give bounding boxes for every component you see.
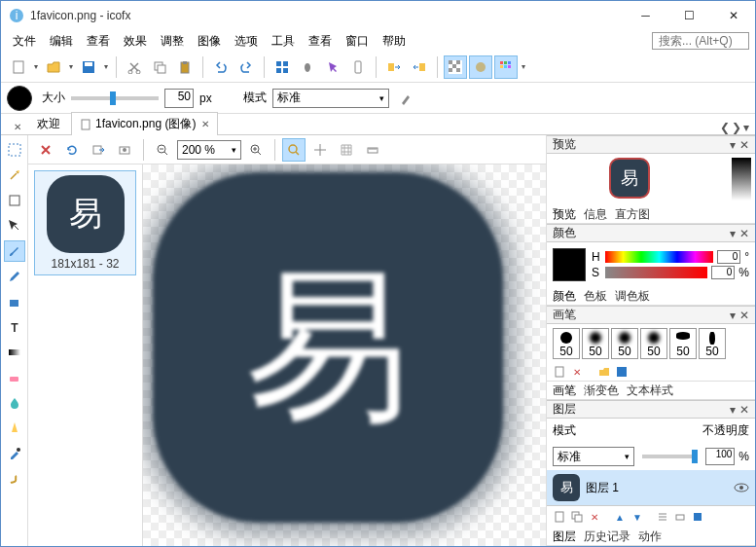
save-dropdown[interactable]: ▾ (102, 55, 110, 79)
open-dropdown[interactable]: ▾ (67, 55, 75, 79)
menu-help[interactable]: 帮助 (377, 31, 412, 52)
sharpen-tool[interactable] (4, 418, 25, 439)
new-button[interactable] (7, 55, 30, 79)
brush-preset[interactable]: 50 (611, 328, 638, 359)
tab-close-icon[interactable]: ✕ (201, 119, 209, 129)
thumbnail-item[interactable]: 易 181x181 - 32 (34, 170, 136, 275)
gradient-tool[interactable] (4, 342, 25, 363)
cut-button[interactable] (123, 55, 146, 79)
new-brush-icon[interactable] (553, 365, 566, 379)
hue-slider[interactable] (605, 251, 713, 263)
zoom-select[interactable]: 200 %▾ (177, 140, 241, 160)
tab-actions[interactable]: 动作 (638, 529, 662, 545)
zoom-in-icon[interactable] (244, 138, 268, 162)
crosshair-icon[interactable] (308, 138, 332, 162)
capture-icon[interactable] (113, 138, 136, 162)
tab-history[interactable]: 历史记录 (584, 529, 630, 545)
tab-close-all[interactable]: ✕ (7, 118, 26, 135)
merge-icon[interactable] (656, 510, 669, 524)
new-layer-icon[interactable] (553, 510, 566, 524)
panel-collapse[interactable]: ▾ (730, 403, 736, 417)
checker-toggle[interactable] (444, 55, 467, 79)
zoom-out-icon[interactable] (151, 138, 174, 162)
tab-document[interactable]: 1favicon.png (图像) ✕ (71, 112, 218, 135)
tab-layers[interactable]: 图层 (553, 529, 576, 545)
maximize-button[interactable]: ☐ (667, 1, 711, 30)
menu-options[interactable]: 选项 (229, 31, 264, 52)
blur-toggle[interactable] (469, 55, 492, 79)
convert-icon[interactable] (382, 55, 406, 79)
move-tool[interactable] (4, 215, 25, 237)
marquee-tool[interactable] (4, 139, 25, 161)
open-button[interactable] (42, 55, 65, 79)
mode-select[interactable]: 标准▾ (272, 89, 389, 108)
tab-welcome[interactable]: 欢迎 (28, 112, 69, 135)
menu-view2[interactable]: 查看 (303, 31, 338, 52)
tab-next[interactable]: ❯ (732, 121, 741, 134)
foreground-swatch[interactable] (7, 86, 32, 111)
brush-preset[interactable]: 50 (669, 328, 697, 359)
tab-brush[interactable]: 画笔 (553, 383, 576, 399)
panel-close[interactable]: ✕ (739, 309, 749, 322)
flatten-icon[interactable] (673, 510, 687, 524)
tab-info[interactable]: 信息 (584, 206, 607, 223)
size-slider[interactable] (71, 96, 159, 100)
opacity-slider[interactable] (642, 455, 698, 458)
tab-menu[interactable]: ▾ (743, 121, 749, 134)
minimize-button[interactable]: ─ (624, 1, 667, 30)
undo-button[interactable] (209, 55, 233, 79)
color-swatch[interactable] (553, 248, 586, 281)
ruler-icon[interactable] (361, 138, 384, 162)
canvas[interactable]: 易 (143, 164, 546, 546)
new-dropdown[interactable]: ▾ (32, 55, 40, 79)
cursor-icon[interactable] (321, 55, 344, 79)
text-tool[interactable]: T (4, 316, 25, 338)
export-icon[interactable] (87, 138, 110, 162)
fill-tool[interactable] (4, 291, 25, 312)
smudge-tool[interactable] (4, 468, 25, 490)
rotate-icon[interactable] (60, 138, 84, 162)
delete-brush-icon[interactable]: ✕ (570, 365, 584, 379)
menu-edit[interactable]: 编辑 (44, 31, 79, 52)
tab-histogram[interactable]: 直方图 (615, 206, 650, 223)
convert2-icon[interactable] (408, 55, 431, 79)
brush-preset[interactable]: 50 (640, 328, 667, 359)
brush-preset[interactable]: 50 (582, 328, 609, 359)
up-icon[interactable]: ▲ (613, 510, 627, 524)
opacity-input[interactable]: 100 (705, 448, 735, 465)
delete-icon[interactable] (34, 138, 57, 162)
mobile-icon[interactable] (346, 55, 370, 79)
tab-color[interactable]: 颜色 (553, 288, 576, 305)
menu-effects[interactable]: 效果 (118, 31, 153, 52)
menu-tools[interactable]: 工具 (266, 31, 301, 52)
panel-collapse[interactable]: ▾ (730, 309, 736, 322)
eyedropper-tool[interactable] (4, 443, 25, 464)
brush-preset[interactable]: 50 (553, 328, 580, 359)
tab-preview[interactable]: 预览 (553, 206, 576, 223)
layer-mode-select[interactable]: 标准▾ (553, 447, 634, 466)
dup-layer-icon[interactable] (570, 510, 584, 524)
delete-layer-icon[interactable]: ✕ (588, 510, 601, 524)
panel-close[interactable]: ✕ (739, 227, 749, 240)
layer-item[interactable]: 易 图层 1 (547, 470, 755, 505)
panel-collapse[interactable]: ▾ (730, 138, 736, 152)
shape-tool[interactable] (4, 190, 25, 211)
eraser-tool[interactable] (4, 367, 25, 388)
paste-button[interactable] (173, 55, 197, 79)
open-brush-icon[interactable] (597, 365, 611, 379)
pencil-tool[interactable] (4, 266, 25, 287)
menu-image[interactable]: 图像 (192, 31, 227, 52)
down-icon[interactable]: ▼ (630, 510, 644, 524)
brush-preset[interactable]: 50 (699, 328, 726, 359)
panel-collapse[interactable]: ▾ (730, 227, 736, 240)
menu-adjust[interactable]: 调整 (155, 31, 190, 52)
wand-tool[interactable] (4, 164, 25, 186)
menu-file[interactable]: 文件 (7, 31, 42, 52)
search-input[interactable] (652, 32, 749, 50)
copy-button[interactable] (148, 55, 171, 79)
menu-view[interactable]: 查看 (81, 31, 116, 52)
zoom-tool-toggle[interactable] (282, 138, 306, 162)
panel-close[interactable]: ✕ (739, 403, 749, 417)
blur-tool[interactable] (4, 392, 25, 414)
save-button[interactable] (77, 55, 100, 79)
